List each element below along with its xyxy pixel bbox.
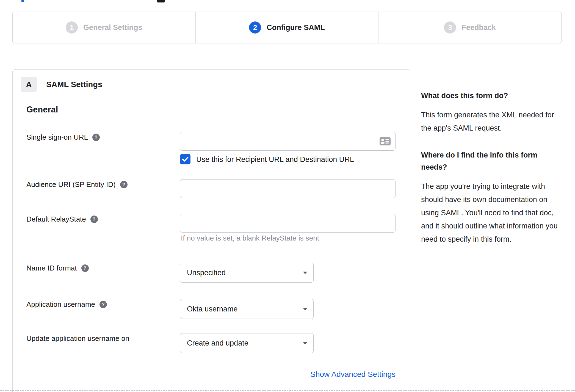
sso-url-input-wrap (180, 132, 396, 151)
step-3-label: Feedback (461, 23, 496, 32)
sidebar-heading-where: Where do I find the info this form needs… (421, 149, 563, 173)
step-2-label: Configure SAML (267, 23, 325, 32)
relay-state-label-row: Default RelayState ? (26, 215, 98, 223)
audience-uri-help-icon[interactable]: ? (120, 181, 128, 188)
sso-url-label: Single sign-on URL (26, 133, 88, 142)
relay-state-help-icon[interactable]: ? (90, 216, 98, 223)
contact-card-icon (380, 137, 391, 145)
step-2-number: 2 (249, 21, 261, 34)
application-username-help-icon[interactable]: ? (99, 301, 107, 308)
name-id-format-value: Unspecified (187, 269, 226, 277)
recipient-url-checkbox-label: Use this for Recipient URL and Destinati… (196, 155, 354, 164)
relay-state-input-wrap (180, 214, 396, 233)
relay-state-label: Default RelayState (26, 215, 86, 223)
chevron-down-icon (303, 272, 307, 274)
step-general-settings[interactable]: 1 General Settings (13, 12, 195, 43)
sso-url-label-row: Single sign-on URL ? (26, 133, 100, 142)
audience-uri-label: Audience URI (SP Entity ID) (26, 180, 116, 189)
saml-settings-card: A SAML Settings General Single sign-on U… (12, 69, 410, 392)
application-username-label-row: Application username ? (26, 300, 107, 309)
name-id-format-label-row: Name ID format ? (26, 264, 89, 272)
wizard-stepper: 1 General Settings 2 Configure SAML 3 Fe… (12, 12, 562, 43)
sidebar-paragraph-where: The app you're trying to integrate with … (421, 180, 563, 246)
sso-url-input[interactable] (180, 132, 396, 151)
cutoff-title-accent (21, 0, 24, 2)
name-id-format-label: Name ID format (26, 264, 77, 272)
update-username-value: Create and update (187, 339, 248, 347)
application-username-label: Application username (26, 300, 95, 309)
checkmark-icon (182, 156, 189, 162)
name-id-format-help-icon[interactable]: ? (81, 264, 89, 272)
step-3-number: 3 (444, 21, 456, 34)
chevron-down-icon (303, 308, 307, 310)
application-username-value: Okta username (187, 305, 238, 313)
sso-url-help-icon[interactable]: ? (92, 134, 100, 141)
dashed-divider (0, 390, 575, 391)
update-username-label: Update application username on (26, 334, 129, 343)
name-id-format-select[interactable]: Unspecified (180, 263, 314, 283)
recipient-url-checkbox[interactable] (180, 154, 190, 164)
audience-uri-input[interactable] (180, 179, 396, 198)
step-1-number: 1 (66, 21, 78, 34)
chevron-down-icon (303, 342, 307, 344)
step-feedback[interactable]: 3 Feedback (378, 12, 561, 43)
step-configure-saml[interactable]: 2 Configure SAML (195, 12, 378, 43)
general-heading: General (26, 105, 58, 115)
sidebar-paragraph-what: This form generates the XML needed for t… (421, 108, 563, 135)
relay-state-helper-text: If no value is set, a blank RelayState i… (181, 234, 319, 242)
update-username-select[interactable]: Create and update (180, 333, 314, 353)
update-username-label-row: Update application username on (26, 334, 129, 343)
application-username-select[interactable]: Okta username (180, 299, 314, 319)
step-1-label: General Settings (83, 23, 142, 32)
sidebar-heading-what: What does this form do? (421, 90, 563, 102)
cutoff-icon-remnant (157, 0, 165, 2)
help-sidebar: What does this form do? This form genera… (421, 90, 563, 260)
section-a-badge: A (21, 77, 37, 92)
show-advanced-settings-link[interactable]: Show Advanced Settings (180, 370, 396, 379)
audience-uri-label-row: Audience URI (SP Entity ID) ? (26, 180, 128, 189)
audience-uri-input-wrap (180, 179, 396, 198)
section-title: SAML Settings (46, 80, 102, 89)
relay-state-input[interactable] (180, 214, 396, 233)
